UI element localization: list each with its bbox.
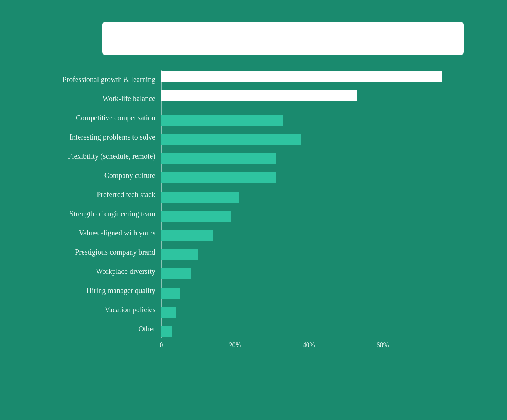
bar-label: Other	[36, 325, 161, 333]
bar-label: Flexibility (schedule, remote)	[36, 152, 161, 161]
bar-row: Preferred tech stack	[36, 185, 493, 204]
bars-wrapper	[161, 319, 456, 338]
bar-label: Work-life balance	[36, 94, 161, 103]
bar-row: Workplace diversity	[36, 262, 493, 281]
bar-label: Workplace diversity	[36, 267, 161, 276]
senior-bar	[161, 288, 180, 299]
bar-row: Professional growth & learning	[36, 70, 493, 89]
bar-label: Professional growth & learning	[36, 75, 161, 84]
chart-area: Professional growth & learningWork-life …	[14, 70, 493, 338]
senior-bar	[161, 172, 276, 183]
bar-label: Values aligned with yours	[36, 229, 161, 237]
senior-bar	[161, 326, 172, 337]
senior-bar	[161, 230, 213, 241]
bar-row: Work-life balance	[36, 89, 493, 108]
bar-row: Other	[36, 319, 493, 338]
bar-row: Company culture	[36, 166, 493, 185]
junior-bar	[161, 71, 442, 82]
senior-bar	[161, 134, 301, 145]
bars-wrapper	[161, 166, 456, 185]
bars-wrapper	[161, 281, 456, 300]
legend-junior	[102, 22, 283, 55]
bars-wrapper	[161, 204, 456, 223]
bar-label: Strength of engineering team	[36, 210, 161, 218]
bars-wrapper	[161, 127, 456, 147]
senior-bar	[161, 211, 231, 222]
bar-label: Vacation policies	[36, 306, 161, 314]
x-axis-label: 40%	[303, 341, 315, 349]
bar-row: Competitive compensation	[36, 108, 493, 127]
x-axis-label: 0	[160, 341, 163, 349]
x-axis-label: 60%	[377, 341, 389, 349]
bar-label: Interesting problems to solve	[36, 133, 161, 141]
bars-wrapper	[161, 70, 456, 89]
bar-row: Prestigious company brand	[36, 242, 493, 262]
bar-label: Hiring manager quality	[36, 286, 161, 295]
senior-bar	[161, 192, 239, 203]
legend-senior	[283, 22, 464, 55]
junior-bar	[161, 90, 357, 101]
legend-box	[102, 22, 464, 55]
bar-label: Company culture	[36, 171, 161, 180]
bar-row: Strength of engineering team	[36, 204, 493, 223]
bar-label: Prestigious company brand	[36, 248, 161, 257]
senior-bar	[161, 153, 276, 164]
bar-row: Flexibility (schedule, remote)	[36, 147, 493, 166]
senior-bar	[161, 268, 191, 279]
bar-row: Hiring manager quality	[36, 281, 493, 300]
bars-wrapper	[161, 147, 456, 166]
x-axis-labels: 020%40%60%	[161, 341, 456, 352]
chart-container: Professional growth & learningWork-life …	[14, 14, 493, 406]
bars-wrapper	[161, 242, 456, 262]
bar-row: Vacation policies	[36, 300, 493, 319]
x-axis-label: 20%	[229, 341, 241, 349]
bar-row: Interesting problems to solve	[36, 127, 493, 147]
senior-bar	[161, 249, 198, 260]
bar-label: Preferred tech stack	[36, 190, 161, 199]
bars-wrapper	[161, 300, 456, 319]
bar-row: Values aligned with yours	[36, 223, 493, 242]
bars-wrapper	[161, 223, 456, 242]
bars-wrapper	[161, 89, 456, 108]
bars-wrapper	[161, 185, 456, 204]
senior-bar	[161, 115, 283, 126]
x-axis-row: 020%40%60%	[14, 341, 493, 352]
bars-wrapper	[161, 108, 456, 127]
senior-bar	[161, 307, 176, 318]
bars-wrapper	[161, 262, 456, 281]
bar-label: Competitive compensation	[36, 114, 161, 122]
